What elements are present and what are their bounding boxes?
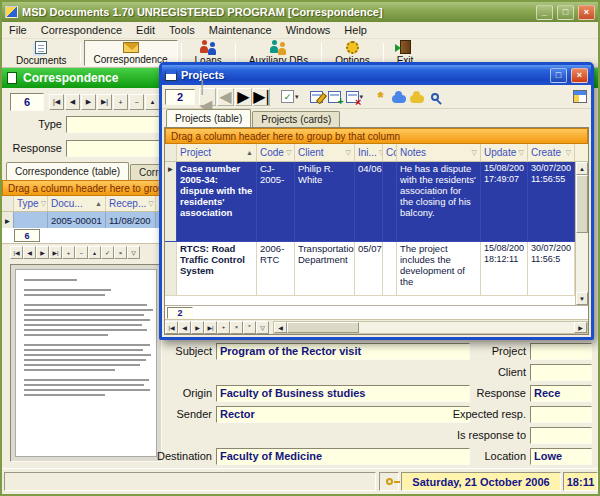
pgrid-filter-button[interactable]: ▽ (256, 321, 269, 334)
sort-asc-icon: ▲ (246, 149, 253, 156)
expected-resp-label: Expected resp. (422, 406, 526, 423)
edit-project-button[interactable] (308, 88, 325, 106)
pgrid-last-button[interactable]: ▶| (204, 321, 217, 334)
projects-close-button[interactable]: × (571, 68, 588, 83)
menu-item-windows[interactable]: Windows (279, 23, 338, 37)
projects-prev-button[interactable]: ◀ (217, 88, 234, 106)
horizontal-scrollbar[interactable]: ◀ ▶ (273, 321, 588, 334)
column-notes[interactable]: Notes▽ (397, 144, 481, 161)
correspondence-section-title: Correspondence (23, 71, 118, 85)
status-message-panel (4, 472, 376, 491)
menu-item-tools[interactable]: Tools (162, 23, 202, 37)
delete-record-button[interactable]: − (129, 94, 144, 110)
import-button[interactable] (390, 88, 407, 106)
dropdown-icon[interactable]: ▾ (295, 93, 299, 101)
menu-item-edit[interactable]: Edit (129, 23, 162, 37)
grid-delete-button[interactable]: − (75, 246, 88, 259)
projects-group-panel[interactable]: Drag a column header here to group by th… (165, 128, 588, 144)
auxiliary-dbs-icon (270, 40, 287, 54)
grid-prev-button[interactable]: ◀ (23, 246, 36, 259)
pgrid-insert-button[interactable]: + (217, 321, 230, 334)
mark-records-button[interactable]: ✓ (279, 88, 296, 106)
edit-record-button[interactable]: ▴ (145, 94, 160, 110)
tab-projects-table[interactable]: Projects (table) (166, 109, 251, 127)
projects-tabs: Projects (table) Projects (cards) (166, 109, 591, 127)
first-record-button[interactable]: |◀ (49, 94, 64, 110)
column-client[interactable]: Client▽ (295, 144, 355, 161)
vertical-scroll-thumb[interactable] (576, 175, 588, 233)
projects-row-1[interactable]: ▸ Case number 2005-34: dispute with the … (165, 162, 588, 242)
scroll-right-icon[interactable]: ▶ (574, 322, 587, 333)
column-create[interactable]: Create▽ (528, 144, 575, 161)
key-icon (386, 478, 393, 485)
pgrid-refresh-button[interactable]: * (243, 321, 256, 334)
close-button[interactable]: × (578, 5, 595, 20)
location-field[interactable]: Lowe (530, 448, 592, 465)
insert-record-button[interactable]: + (113, 94, 128, 110)
scroll-up-icon[interactable]: ▲ (576, 162, 588, 175)
corr-column-document[interactable]: Docu...▲ (48, 196, 106, 211)
column-project[interactable]: Project▲ (177, 144, 257, 161)
delete-project-button[interactable] (344, 88, 361, 106)
project-field[interactable] (530, 343, 592, 360)
options-icon (346, 41, 359, 54)
corr-column-reception[interactable]: Recep...▽ (106, 196, 156, 211)
minimize-button[interactable]: _ (536, 5, 553, 20)
horizontal-scroll-thumb[interactable] (287, 322, 359, 333)
refresh-button[interactable]: * (372, 88, 389, 106)
pgrid-first-button[interactable]: |◀ (165, 321, 178, 334)
projects-next-button[interactable]: ▶ (235, 88, 252, 106)
projects-first-button[interactable]: |◀ (199, 88, 216, 106)
cell-notes: The project includes the development of … (397, 242, 481, 296)
pgrid-next-button[interactable]: ▶ (191, 321, 204, 334)
client-field[interactable] (530, 364, 592, 381)
scroll-left-icon[interactable]: ◀ (274, 322, 287, 333)
pgrid-cancel-button[interactable]: × (230, 321, 243, 334)
projects-last-button[interactable]: ▶| (253, 88, 270, 106)
column-update[interactable]: Update▽ (481, 144, 528, 161)
pgrid-prev-button[interactable]: ◀ (178, 321, 191, 334)
is-response-to-field[interactable] (530, 427, 592, 444)
grid-cancel-button[interactable]: × (114, 246, 127, 259)
document-preview[interactable] (10, 264, 162, 462)
response-type-field[interactable]: Rece (530, 385, 592, 402)
add-project-button[interactable] (326, 88, 343, 106)
column-code[interactable]: Code▽ (257, 144, 295, 161)
vertical-scrollbar[interactable]: ▲ ▼ (575, 162, 588, 305)
column-initial[interactable]: Ini...▽ (355, 144, 383, 161)
next-record-button[interactable]: ▶ (81, 94, 96, 110)
cell-cc (383, 242, 397, 296)
menu-item-correspondence[interactable]: Correspondence (34, 23, 129, 37)
tab-projects-cards[interactable]: Projects (cards) (252, 111, 340, 127)
last-record-button[interactable]: ▶| (97, 94, 112, 110)
projects-row-2[interactable]: RTCS: Road Traffic Control System 2006-R… (165, 242, 588, 296)
grid-next-button[interactable]: ▶ (36, 246, 49, 259)
destination-label: Destination (102, 448, 212, 465)
grid-filter-button[interactable]: ▽ (127, 246, 140, 259)
menu-item-help[interactable]: Help (337, 23, 374, 37)
grid-post-button[interactable]: ✓ (101, 246, 114, 259)
search-button[interactable] (426, 88, 443, 106)
corr-column-type[interactable]: Type▽ (14, 196, 48, 211)
grid-first-button[interactable]: |◀ (10, 246, 23, 259)
grid-last-button[interactable]: ▶| (49, 246, 62, 259)
response-type-label: Response (422, 385, 526, 402)
maximize-button[interactable]: □ (557, 5, 574, 20)
cell-notes: He has a dispute with the residents' ass… (397, 162, 481, 242)
tab-correspondence-table[interactable]: Correspondence (table) (6, 162, 129, 180)
grid-insert-button[interactable]: + (62, 246, 75, 259)
row-indicator (165, 242, 177, 296)
documents-button[interactable]: Documents (6, 40, 77, 66)
correspondence-record-navigator: 6 |◀ ◀ ▶ ▶| + − ▴ (10, 92, 160, 112)
expected-resp-field[interactable] (530, 406, 592, 423)
export-button[interactable] (408, 88, 425, 106)
layout-button[interactable] (571, 88, 588, 106)
column-cc[interactable]: Cc (383, 144, 397, 161)
grid-edit-button[interactable]: ▴ (88, 246, 101, 259)
menu-item-maintenance[interactable]: Maintenance (202, 23, 279, 37)
menu-item-file[interactable]: File (2, 23, 34, 37)
prev-record-button[interactable]: ◀ (65, 94, 80, 110)
scroll-down-icon[interactable]: ▼ (576, 292, 588, 305)
projects-maximize-button[interactable]: □ (550, 68, 567, 83)
cell-created: 30/07/200 11:56:55 (528, 162, 575, 242)
